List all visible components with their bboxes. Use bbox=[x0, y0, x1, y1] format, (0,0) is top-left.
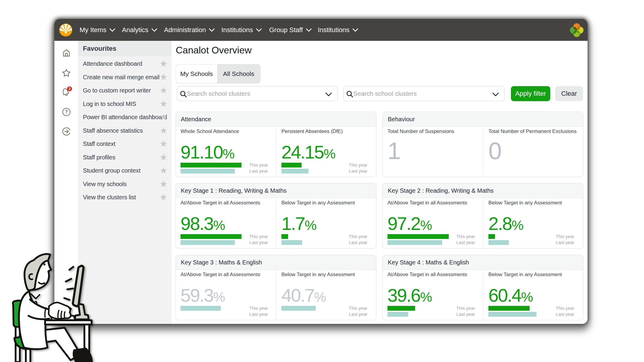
svg-text:?: ? bbox=[65, 109, 68, 114]
svg-text:3: 3 bbox=[68, 87, 71, 91]
